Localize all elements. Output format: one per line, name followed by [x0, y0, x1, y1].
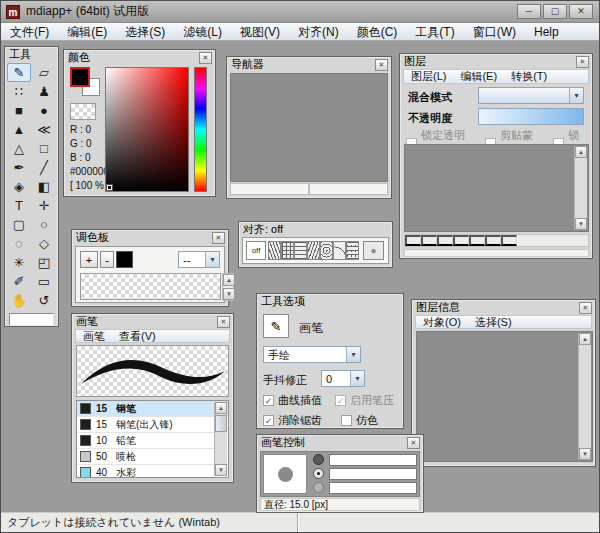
tool-fill-polyline-button[interactable]: ≪ — [32, 120, 56, 139]
tool-stamp-button[interactable]: ♟ — [32, 82, 56, 101]
perspective-ruler-button[interactable] — [346, 241, 359, 260]
scroll-down-button[interactable]: ▼ — [215, 464, 227, 476]
layers-menu-convert[interactable]: 转换(T) — [504, 69, 554, 84]
tool-line-button[interactable]: ╱ — [32, 158, 56, 177]
layers-toolbar-button[interactable] — [501, 235, 517, 246]
layer-info-panel-close-button[interactable]: ✕ — [579, 302, 592, 314]
brush-list-scrollbar[interactable]: ▲ ▼ — [214, 402, 227, 476]
navigator-angle-field[interactable] — [309, 183, 388, 195]
layers-panel-titlebar[interactable]: 图层 ✕ — [400, 54, 592, 68]
navigator-preview[interactable] — [230, 73, 388, 182]
palette-remove-button[interactable]: - — [100, 251, 114, 268]
tool-eraser-button[interactable]: ▱ — [32, 63, 56, 82]
palette-panel-close-button[interactable]: ✕ — [212, 232, 225, 244]
navigator-panel-close-button[interactable]: ✕ — [375, 59, 388, 71]
scroll-up-button[interactable]: ▲ — [223, 274, 235, 286]
brush-menu-view[interactable]: 查看(V) — [112, 329, 163, 344]
parallel-ruler-button[interactable] — [268, 241, 281, 260]
menu-view[interactable]: 视图(V) — [231, 23, 289, 41]
minimize-button[interactable]: ─ — [517, 4, 541, 19]
menu-file[interactable]: 文件(F) — [1, 23, 58, 41]
tool-move-button[interactable]: ✛ — [32, 196, 56, 215]
menu-window[interactable]: 窗口(W) — [464, 23, 525, 41]
brush-list-item[interactable]: 15 钢笔 — [77, 401, 228, 417]
foreground-color-swatch[interactable] — [70, 67, 90, 87]
navigator-panel-titlebar[interactable]: 导航器 ✕ — [227, 57, 391, 71]
layers-menu-layer[interactable]: 图层(L) — [404, 69, 453, 84]
current-tool-button[interactable]: ✎ — [263, 314, 289, 338]
tool-lasso-button[interactable]: ◌ — [7, 234, 31, 253]
menu-edit[interactable]: 编辑(E) — [58, 23, 116, 41]
brush-list-item[interactable]: 50 喷枪 — [77, 449, 228, 465]
brush-control-panel-close-button[interactable]: ✕ — [407, 437, 420, 449]
grid-ruler-button[interactable] — [281, 241, 294, 260]
navigator-zoom-field[interactable] — [230, 183, 309, 195]
layer-info-menu-select[interactable]: 选择(S) — [468, 315, 519, 330]
tool-select-rect-button[interactable]: ▢ — [7, 215, 31, 234]
tool-fill-rect-button[interactable]: ■ — [7, 101, 31, 120]
ellipse-ruler-button[interactable]: ● — [363, 241, 384, 260]
layers-toolbar-button[interactable] — [405, 235, 421, 246]
layers-menu-edit[interactable]: 编辑(E) — [453, 69, 504, 84]
menu-help[interactable]: Help — [525, 23, 568, 41]
tool-ruler-button[interactable]: ▭ — [32, 272, 56, 291]
palette-current-swatch[interactable] — [116, 251, 133, 268]
saturation-value-picker[interactable] — [105, 67, 189, 192]
layer-list-scrollbar[interactable]: ▲ ▼ — [574, 146, 587, 230]
hue-slider[interactable] — [194, 67, 207, 192]
brush-panel-titlebar[interactable]: 画笔 ✕ — [72, 314, 233, 328]
tools-panel-titlebar[interactable]: 工具 — [5, 47, 58, 61]
close-button[interactable]: ✕ — [569, 4, 593, 19]
color-panel-close-button[interactable]: ✕ — [199, 52, 212, 64]
scroll-down-button[interactable]: ▼ — [579, 448, 591, 460]
palette-scrollbar[interactable]: ▲ ▼ — [222, 273, 234, 301]
ruler-off-button[interactable]: off — [246, 241, 266, 260]
layer-info-scrollbar[interactable]: ▲ ▼ — [578, 333, 591, 460]
layers-toolbar-button[interactable] — [421, 235, 437, 246]
tool-magic-wand-button[interactable]: ✳ — [7, 253, 31, 272]
palette-set-dropdown[interactable]: -- ▾ — [178, 251, 220, 268]
scroll-down-button[interactable]: ▼ — [223, 288, 235, 300]
tool-hand-button[interactable]: ✋ — [7, 291, 31, 310]
brush-opacity-slider[interactable] — [329, 482, 417, 494]
dithering-checkbox[interactable]: 仿色 — [341, 413, 378, 428]
menu-color[interactable]: 颜色(C) — [348, 23, 407, 41]
menu-select[interactable]: 选择(S) — [116, 23, 174, 41]
menu-tools[interactable]: 工具(T) — [406, 23, 463, 41]
maximize-button[interactable]: ▢ — [543, 4, 567, 19]
tool-gradient-button[interactable]: ◧ — [32, 177, 56, 196]
horizontal-ruler-button[interactable] — [294, 241, 307, 260]
palette-swatch-area[interactable]: ▲ ▼ — [80, 273, 221, 300]
blend-mode-dropdown[interactable]: ▾ — [478, 87, 584, 104]
menu-align[interactable]: 对齐(N) — [289, 23, 348, 41]
brush-list-item[interactable]: 10 铅笔 — [77, 433, 228, 449]
curve-ruler-button[interactable] — [333, 241, 346, 260]
brush-list-item[interactable]: 15 钢笔(出入锋) — [77, 417, 228, 433]
brush-min-size-slider[interactable] — [329, 468, 417, 480]
brush-list-item[interactable]: 40 水彩 — [77, 465, 228, 478]
scroll-up-button[interactable]: ▲ — [575, 146, 587, 158]
radial-ruler-button[interactable] — [307, 241, 320, 260]
palette-panel-titlebar[interactable]: 调色板 ✕ — [72, 230, 228, 244]
draw-mode-dropdown[interactable]: 手绘 ▾ — [263, 346, 361, 363]
tool-closed-curve-button[interactable]: △ — [7, 139, 31, 158]
tool-rotate-view-button[interactable]: ↺ — [32, 291, 56, 310]
sv-cursor[interactable] — [107, 185, 112, 190]
tool-text-button[interactable]: T — [7, 196, 31, 215]
pen-pressure-checkbox[interactable]: ✓启用笔压 — [335, 393, 394, 408]
brush-panel-close-button[interactable]: ✕ — [217, 316, 230, 328]
align-panel-titlebar[interactable]: 对齐: off — [239, 222, 392, 236]
tool-transform-button[interactable]: ◰ — [32, 253, 56, 272]
layer-opacity-slider[interactable] — [478, 108, 584, 125]
tool-fill-polygon-button[interactable]: ▲ — [7, 120, 31, 139]
brush-menu-brush[interactable]: 画笔 — [76, 329, 112, 344]
tool-fill-ellipse-button[interactable]: ● — [32, 101, 56, 120]
tool-eyedropper-button[interactable]: ✐ — [7, 272, 31, 291]
scroll-down-button[interactable]: ▼ — [575, 218, 587, 230]
menu-filter[interactable]: 滤镜(L) — [174, 23, 231, 41]
title-bar[interactable]: m mdiapp+ (64bit) 试用版 ─ ▢ ✕ — [1, 1, 599, 23]
color-panel-titlebar[interactable]: 颜色 ✕ — [64, 50, 215, 64]
tool-path-pen-button[interactable]: ✒ — [7, 158, 31, 177]
tool-options-panel-titlebar[interactable]: 工具选项 — [257, 294, 403, 308]
tool-pen-button[interactable]: ✎ — [7, 63, 31, 82]
